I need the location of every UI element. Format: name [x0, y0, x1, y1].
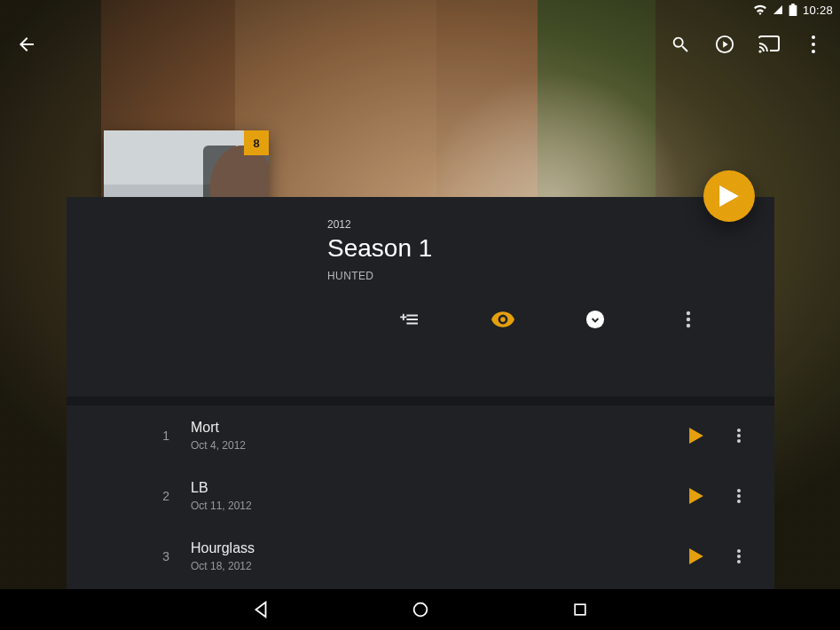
- svg-point-9: [687, 324, 690, 327]
- svg-point-5: [500, 317, 506, 322]
- episode-number: 2: [84, 489, 191, 503]
- episode-row[interactable]: 2 LB Oct 11, 2012: [67, 466, 774, 526]
- svg-point-1: [758, 50, 761, 52]
- svg-point-2: [812, 35, 815, 39]
- episode-play-button[interactable]: [679, 418, 714, 453]
- svg-point-19: [413, 603, 427, 617]
- episode-play-button[interactable]: [679, 539, 714, 574]
- episode-title: Hourglass: [191, 540, 679, 556]
- status-bar: 10:28: [0, 0, 840, 20]
- watched-toggle-icon[interactable]: [488, 304, 518, 335]
- episode-date: Oct 18, 2012: [191, 560, 679, 572]
- show-title: HUNTED: [327, 270, 742, 282]
- app-bar: [0, 20, 840, 69]
- episode-play-button[interactable]: [679, 478, 714, 514]
- back-button[interactable]: [14, 32, 39, 57]
- episode-overflow-menu[interactable]: [721, 418, 757, 453]
- screen: 10:28 HUNT OR BE HUNTED: [0, 0, 840, 630]
- play-fab[interactable]: [703, 170, 755, 222]
- action-row: [395, 302, 703, 337]
- svg-point-7: [687, 311, 690, 315]
- nav-back-button[interactable]: [243, 592, 279, 627]
- cast-icon[interactable]: [757, 32, 781, 57]
- header-block: 2012 Season 1 HUNTED: [327, 218, 742, 282]
- svg-point-16: [737, 549, 741, 553]
- svg-point-0: [717, 36, 733, 52]
- episode-overflow-menu[interactable]: [721, 478, 757, 514]
- episode-overflow-menu[interactable]: [721, 539, 757, 574]
- row-overflow-menu[interactable]: [673, 304, 703, 335]
- overflow-menu[interactable]: [801, 32, 826, 57]
- year-label: 2012: [327, 218, 742, 231]
- svg-rect-20: [575, 604, 585, 615]
- download-icon[interactable]: [580, 304, 610, 335]
- svg-point-4: [812, 50, 815, 53]
- app-bar-left: [14, 32, 39, 57]
- episode-title: Mort: [191, 420, 679, 436]
- svg-point-10: [737, 429, 741, 432]
- play-circle-icon[interactable]: [712, 32, 737, 57]
- svg-point-12: [737, 439, 741, 443]
- search-icon[interactable]: [668, 32, 693, 57]
- episode-number: 3: [84, 549, 191, 563]
- wifi-icon: [753, 4, 767, 15]
- svg-point-15: [737, 500, 741, 503]
- episode-list[interactable]: 1 Mort Oct 4, 2012 2 LB Oct 11, 2012: [67, 406, 774, 590]
- svg-point-14: [737, 494, 741, 498]
- episode-date: Oct 4, 2012: [191, 439, 679, 452]
- svg-point-3: [812, 43, 815, 46]
- episode-date: Oct 11, 2012: [191, 500, 679, 512]
- playlist-add-icon[interactable]: [395, 304, 425, 335]
- svg-point-8: [687, 318, 690, 321]
- svg-point-18: [737, 560, 741, 563]
- svg-point-11: [737, 434, 741, 437]
- cell-signal-icon: [773, 4, 783, 15]
- svg-point-6: [586, 311, 604, 328]
- episode-title: LB: [191, 480, 679, 496]
- svg-point-13: [737, 489, 741, 492]
- season-title: Season 1: [327, 234, 742, 263]
- app-bar-right: [668, 32, 826, 57]
- battery-icon: [789, 4, 797, 16]
- section-divider: [67, 397, 774, 406]
- status-clock: 10:28: [803, 4, 833, 17]
- episode-row[interactable]: 3 Hourglass Oct 18, 2012: [67, 526, 774, 587]
- details-panel: 2012 Season 1 HUNTED 1 Mort: [67, 197, 774, 590]
- unwatched-count-badge: 8: [244, 130, 269, 155]
- nav-home-button[interactable]: [403, 592, 438, 627]
- episode-number: 1: [84, 429, 191, 443]
- nav-recents-button[interactable]: [562, 592, 598, 627]
- system-nav-bar: [0, 589, 840, 630]
- episode-row[interactable]: 1 Mort Oct 4, 2012: [67, 406, 774, 466]
- svg-point-17: [737, 555, 741, 558]
